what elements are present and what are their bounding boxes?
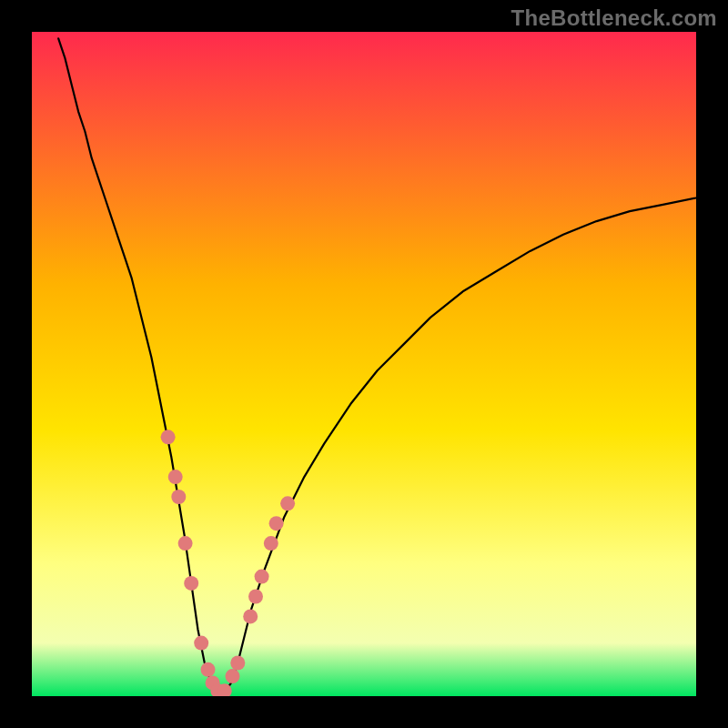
curve-marker — [243, 609, 258, 623]
curve-marker — [184, 576, 198, 591]
curve-marker — [226, 669, 240, 683]
curve-marker — [280, 496, 295, 511]
watermark-text: TheBottleneck.com — [511, 5, 717, 31]
curve-marker — [178, 536, 193, 551]
curve-marker — [269, 516, 284, 531]
chart-stage: TheBottleneck.com — [0, 0, 728, 728]
curve-marker — [201, 662, 216, 677]
curve-marker — [248, 590, 263, 604]
chart-svg — [32, 32, 696, 696]
curve-marker — [255, 570, 269, 584]
curve-marker — [230, 656, 245, 671]
curve-marker — [161, 430, 176, 444]
curve-marker — [264, 536, 278, 551]
curve-marker — [171, 490, 186, 504]
plot-area — [32, 32, 696, 696]
curve-marker — [194, 636, 208, 651]
gradient-background — [32, 32, 696, 696]
curve-marker — [168, 470, 183, 484]
